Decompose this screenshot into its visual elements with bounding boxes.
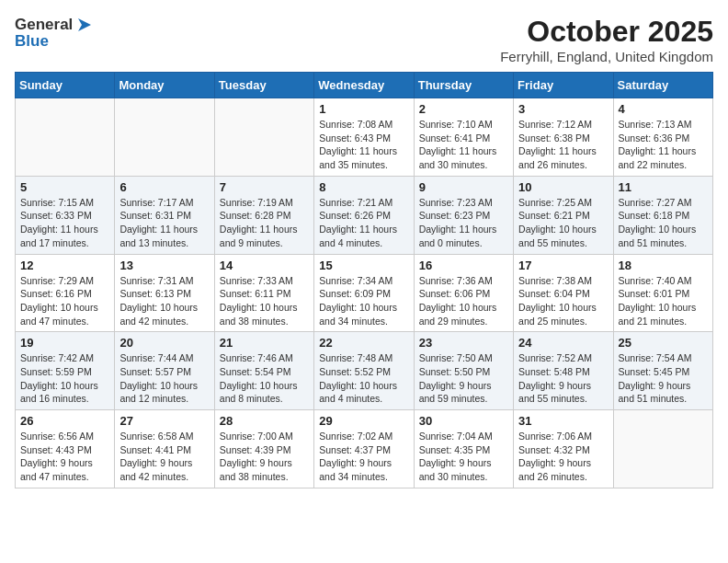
day-header-saturday: Saturday: [613, 73, 712, 98]
week-row-5: 26Sunrise: 6:56 AMSunset: 4:43 PMDayligh…: [16, 410, 713, 488]
day-number: 2: [419, 102, 508, 116]
calendar-cell: 11Sunrise: 7:27 AMSunset: 6:18 PMDayligh…: [613, 176, 712, 254]
calendar-cell: 31Sunrise: 7:06 AMSunset: 4:32 PMDayligh…: [514, 410, 613, 488]
day-number: 3: [518, 102, 608, 116]
day-info: Sunrise: 7:04 AMSunset: 4:35 PMDaylight:…: [419, 430, 508, 484]
day-number: 21: [220, 336, 309, 350]
calendar-cell: 16Sunrise: 7:36 AMSunset: 6:06 PMDayligh…: [414, 254, 513, 332]
day-number: 15: [319, 259, 408, 272]
day-header-tuesday: Tuesday: [214, 73, 313, 98]
location: Ferryhill, England, United Kingdom: [500, 49, 713, 64]
calendar-cell: 7Sunrise: 7:19 AMSunset: 6:28 PMDaylight…: [214, 176, 313, 254]
calendar-cell: [16, 98, 115, 177]
calendar-table: SundayMondayTuesdayWednesdayThursdayFrid…: [15, 72, 713, 488]
calendar-cell: 1Sunrise: 7:08 AMSunset: 6:43 PMDaylight…: [314, 98, 414, 177]
day-info: Sunrise: 7:52 AMSunset: 5:48 PMDaylight:…: [518, 351, 608, 406]
day-info: Sunrise: 7:38 AMSunset: 6:04 PMDaylight:…: [518, 274, 608, 328]
calendar-cell: 24Sunrise: 7:52 AMSunset: 5:48 PMDayligh…: [514, 332, 613, 410]
day-number: 18: [619, 259, 708, 272]
week-row-2: 5Sunrise: 7:15 AMSunset: 6:33 PMDaylight…: [16, 176, 713, 254]
day-info: Sunrise: 7:17 AMSunset: 6:31 PMDaylight:…: [119, 196, 209, 250]
calendar-cell: 30Sunrise: 7:04 AMSunset: 4:35 PMDayligh…: [414, 410, 513, 488]
day-info: Sunrise: 7:15 AMSunset: 6:33 PMDaylight:…: [20, 196, 109, 250]
day-info: Sunrise: 7:34 AMSunset: 6:09 PMDaylight:…: [319, 274, 408, 328]
logo-blue: Blue: [15, 32, 95, 51]
calendar-cell: 6Sunrise: 7:17 AMSunset: 6:31 PMDaylight…: [115, 176, 214, 254]
day-number: 17: [518, 259, 608, 272]
calendar-cell: 29Sunrise: 7:02 AMSunset: 4:37 PMDayligh…: [314, 410, 414, 488]
day-info: Sunrise: 7:25 AMSunset: 6:21 PMDaylight:…: [518, 196, 608, 250]
day-info: Sunrise: 7:36 AMSunset: 6:06 PMDaylight:…: [419, 274, 508, 328]
day-info: Sunrise: 7:40 AMSunset: 6:01 PMDaylight:…: [619, 274, 708, 328]
day-info: Sunrise: 7:19 AMSunset: 6:28 PMDaylight:…: [220, 196, 309, 250]
day-info: Sunrise: 6:58 AMSunset: 4:41 PMDaylight:…: [119, 430, 209, 484]
day-number: 8: [319, 180, 408, 194]
calendar-cell: 4Sunrise: 7:13 AMSunset: 6:36 PMDaylight…: [613, 98, 712, 177]
day-info: Sunrise: 7:54 AMSunset: 5:45 PMDaylight:…: [619, 351, 708, 406]
calendar-cell: 13Sunrise: 7:31 AMSunset: 6:13 PMDayligh…: [115, 254, 214, 332]
day-header-sunday: Sunday: [16, 73, 115, 98]
page-header: General Blue October 2025 Ferryhill, Eng…: [15, 15, 713, 64]
calendar-cell: 19Sunrise: 7:42 AMSunset: 5:59 PMDayligh…: [16, 332, 115, 410]
day-info: Sunrise: 7:33 AMSunset: 6:11 PMDaylight:…: [220, 274, 309, 328]
calendar-cell: 22Sunrise: 7:48 AMSunset: 5:52 PMDayligh…: [314, 332, 414, 410]
day-header-thursday: Thursday: [414, 73, 513, 98]
day-number: 31: [518, 414, 608, 428]
day-number: 16: [419, 259, 508, 272]
day-info: Sunrise: 7:27 AMSunset: 6:18 PMDaylight:…: [619, 196, 708, 250]
week-row-3: 12Sunrise: 7:29 AMSunset: 6:16 PMDayligh…: [16, 254, 713, 332]
day-info: Sunrise: 7:23 AMSunset: 6:23 PMDaylight:…: [419, 196, 508, 250]
calendar-cell: 23Sunrise: 7:50 AMSunset: 5:50 PMDayligh…: [414, 332, 513, 410]
calendar-cell: [214, 98, 313, 177]
calendar-cell: 18Sunrise: 7:40 AMSunset: 6:01 PMDayligh…: [613, 254, 712, 332]
logo-general: General: [15, 16, 73, 34]
day-number: 7: [220, 180, 309, 194]
day-number: 14: [220, 259, 309, 272]
day-number: 4: [619, 102, 708, 116]
calendar-cell: [613, 410, 712, 488]
day-info: Sunrise: 7:21 AMSunset: 6:26 PMDaylight:…: [319, 196, 408, 250]
logo-text: General Blue: [15, 15, 95, 51]
day-number: 23: [419, 336, 508, 350]
day-number: 19: [20, 336, 109, 350]
day-number: 5: [20, 180, 109, 194]
day-number: 1: [319, 102, 408, 116]
title-block: October 2025 Ferryhill, England, United …: [500, 15, 713, 64]
calendar-cell: 3Sunrise: 7:12 AMSunset: 6:38 PMDaylight…: [514, 98, 613, 177]
day-number: 20: [119, 336, 209, 350]
day-info: Sunrise: 7:31 AMSunset: 6:13 PMDaylight:…: [119, 274, 209, 328]
day-number: 6: [119, 180, 209, 194]
day-number: 26: [20, 414, 109, 428]
month-title: October 2025: [500, 15, 713, 49]
week-row-4: 19Sunrise: 7:42 AMSunset: 5:59 PMDayligh…: [16, 332, 713, 410]
day-info: Sunrise: 7:00 AMSunset: 4:39 PMDaylight:…: [220, 430, 309, 484]
calendar-cell: 26Sunrise: 6:56 AMSunset: 4:43 PMDayligh…: [16, 410, 115, 488]
calendar-cell: 21Sunrise: 7:46 AMSunset: 5:54 PMDayligh…: [214, 332, 313, 410]
calendar-cell: 5Sunrise: 7:15 AMSunset: 6:33 PMDaylight…: [16, 176, 115, 254]
calendar-cell: 9Sunrise: 7:23 AMSunset: 6:23 PMDaylight…: [414, 176, 513, 254]
day-header-monday: Monday: [115, 73, 214, 98]
day-info: Sunrise: 7:50 AMSunset: 5:50 PMDaylight:…: [419, 351, 508, 406]
calendar-cell: 17Sunrise: 7:38 AMSunset: 6:04 PMDayligh…: [514, 254, 613, 332]
day-number: 27: [119, 414, 209, 428]
day-header-friday: Friday: [514, 73, 613, 98]
day-info: Sunrise: 6:56 AMSunset: 4:43 PMDaylight:…: [20, 430, 109, 484]
calendar-cell: [115, 98, 214, 177]
day-header-wednesday: Wednesday: [314, 73, 414, 98]
calendar-cell: 10Sunrise: 7:25 AMSunset: 6:21 PMDayligh…: [514, 176, 613, 254]
calendar-cell: 27Sunrise: 6:58 AMSunset: 4:41 PMDayligh…: [115, 410, 214, 488]
day-number: 29: [319, 414, 408, 428]
day-number: 28: [220, 414, 309, 428]
calendar-cell: 15Sunrise: 7:34 AMSunset: 6:09 PMDayligh…: [314, 254, 414, 332]
day-info: Sunrise: 7:08 AMSunset: 6:43 PMDaylight:…: [319, 118, 408, 172]
day-info: Sunrise: 7:29 AMSunset: 6:16 PMDaylight:…: [20, 274, 109, 328]
day-number: 22: [319, 336, 408, 350]
day-number: 13: [119, 259, 209, 272]
day-number: 30: [419, 414, 508, 428]
day-info: Sunrise: 7:13 AMSunset: 6:36 PMDaylight:…: [619, 118, 708, 172]
calendar-cell: 20Sunrise: 7:44 AMSunset: 5:57 PMDayligh…: [115, 332, 214, 410]
day-number: 9: [419, 180, 508, 194]
calendar-header-row: SundayMondayTuesdayWednesdayThursdayFrid…: [16, 73, 713, 98]
calendar-cell: 25Sunrise: 7:54 AMSunset: 5:45 PMDayligh…: [613, 332, 712, 410]
day-number: 25: [619, 336, 708, 350]
